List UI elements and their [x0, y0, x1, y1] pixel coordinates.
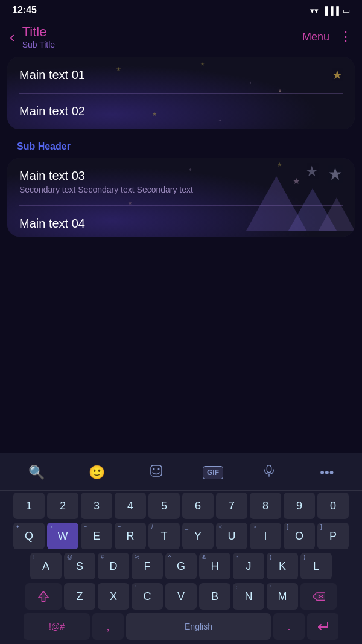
- keyboard-sticker-icon[interactable]: [144, 461, 168, 484]
- list-item-2-text: Main text 02: [19, 104, 85, 118]
- list-item-1-text: Main text 01: [19, 68, 85, 82]
- content-area: ★ ★ ✦ ★ ✦ Main text 01 ★ ★ Main text 02 …: [0, 57, 362, 241]
- keyboard-toolbar: 🔍 🙂 GIF •••: [0, 457, 362, 491]
- keyboard-emoji-icon[interactable]: 🙂: [84, 462, 110, 483]
- list-item-1[interactable]: Main text 01 ★: [7, 57, 355, 93]
- svg-rect-3: [267, 465, 271, 473]
- app-title: Title: [22, 24, 302, 40]
- keyboard-bottom-row: !@# , English .: [0, 611, 362, 642]
- key-7[interactable]: 7: [216, 493, 247, 519]
- key-g[interactable]: ^G: [165, 553, 197, 579]
- key-w[interactable]: ×W: [47, 523, 78, 549]
- key-e[interactable]: ÷E: [81, 523, 112, 549]
- key-4[interactable]: 4: [115, 493, 146, 519]
- list-item-3-secondary: Secondary text Secondary text Secondary …: [19, 185, 193, 194]
- key-enter[interactable]: [307, 613, 338, 640]
- key-z[interactable]: Z: [64, 583, 95, 610]
- keyboard[interactable]: 🔍 🙂 GIF ••• 1 2 3 4 5 6 7 8 9: [0, 453, 362, 644]
- key-9[interactable]: 9: [284, 493, 315, 519]
- key-b[interactable]: B: [199, 583, 230, 610]
- list-item-2[interactable]: Main text 02: [7, 94, 355, 129]
- list-item-4-text: Main text 04: [19, 217, 85, 230]
- key-r[interactable]: =R: [115, 523, 146, 549]
- key-q[interactable]: +Q: [13, 523, 45, 549]
- signal-icon: ▐▐▐: [322, 6, 339, 15]
- key-space[interactable]: English: [126, 613, 271, 640]
- key-k[interactable]: (K: [267, 553, 298, 579]
- keyboard-asdf-row: !A @S #D %F ^G &H *J (K )L: [0, 551, 362, 581]
- key-s[interactable]: @S: [64, 553, 95, 579]
- app-subtitle: Sub Title: [22, 40, 302, 49]
- key-comma[interactable]: ,: [92, 613, 124, 640]
- title-block: Title Sub Title: [22, 24, 302, 49]
- card-2: ★ ★ ✦ ★ ★ Main text 03 Secondary text Se…: [7, 158, 355, 237]
- key-h[interactable]: &H: [199, 553, 230, 579]
- key-period[interactable]: .: [273, 613, 305, 640]
- svg-point-2: [157, 468, 159, 470]
- key-backspace[interactable]: [300, 583, 337, 610]
- card-1: ★ ★ ✦ ★ ✦ Main text 01 ★ ★ Main text 02: [7, 57, 355, 129]
- list-item-4-partial[interactable]: Main text 04: [7, 206, 355, 237]
- back-button[interactable]: ‹: [10, 29, 15, 45]
- key-p[interactable]: ]P: [317, 523, 349, 549]
- key-3[interactable]: 3: [81, 493, 112, 519]
- key-u[interactable]: <U: [216, 523, 247, 549]
- key-d[interactable]: #D: [98, 553, 129, 579]
- key-t[interactable]: /T: [148, 523, 180, 549]
- key-5[interactable]: 5: [148, 493, 180, 519]
- app-bar: ‹ Title Sub Title Menu ⋮: [0, 18, 362, 57]
- sub-header-text: Sub Header: [17, 141, 71, 151]
- key-f[interactable]: %F: [132, 553, 163, 579]
- battery-icon: ▭: [343, 6, 350, 15]
- list-item-3[interactable]: Main text 03 Secondary text Secondary te…: [7, 158, 355, 205]
- status-icons: ▾▾ ▐▐▐ ▭: [310, 6, 350, 15]
- list-item-1-star: ★: [332, 68, 343, 82]
- status-bar: 12:45 ▾▾ ▐▐▐ ▭: [0, 0, 362, 18]
- sub-header: Sub Header: [7, 134, 355, 158]
- key-a[interactable]: !A: [30, 553, 62, 579]
- svg-point-1: [153, 468, 154, 470]
- key-n[interactable]: ;N: [233, 583, 264, 610]
- svg-rect-0: [151, 465, 162, 476]
- keyboard-mic-icon[interactable]: [258, 462, 281, 483]
- key-m[interactable]: 'M: [267, 583, 298, 610]
- key-c[interactable]: "C: [132, 583, 163, 610]
- key-symbols[interactable]: !@#: [24, 613, 90, 640]
- keyboard-zxcv-row: Z X "C V B ;N 'M: [0, 581, 362, 611]
- key-v[interactable]: V: [165, 583, 197, 610]
- key-2[interactable]: 2: [47, 493, 78, 519]
- key-y[interactable]: _Y: [182, 523, 214, 549]
- list-item-3-text: Main text 03: [19, 169, 85, 183]
- keyboard-gif-button[interactable]: GIF: [203, 466, 223, 479]
- menu-button[interactable]: Menu: [302, 31, 329, 43]
- key-6[interactable]: 6: [182, 493, 214, 519]
- key-shift[interactable]: [25, 583, 62, 610]
- keyboard-numbers-row: 1 2 3 4 5 6 7 8 9 0: [0, 491, 362, 521]
- key-1[interactable]: 1: [13, 493, 45, 519]
- app-bar-actions: Menu ⋮: [302, 29, 352, 45]
- key-8[interactable]: 8: [250, 493, 281, 519]
- status-time: 12:45: [12, 5, 37, 16]
- more-options-button[interactable]: ⋮: [339, 29, 352, 45]
- keyboard-qwerty-row: +Q ×W ÷E =R /T _Y <U >I [O ]P: [0, 521, 362, 551]
- key-j[interactable]: *J: [233, 553, 264, 579]
- keyboard-search-icon[interactable]: 🔍: [24, 462, 49, 483]
- wifi-icon: ▾▾: [310, 6, 319, 15]
- key-0[interactable]: 0: [317, 493, 349, 519]
- key-i[interactable]: >I: [250, 523, 281, 549]
- key-l[interactable]: )L: [300, 553, 332, 579]
- key-x[interactable]: X: [98, 583, 129, 610]
- key-o[interactable]: [O: [284, 523, 315, 549]
- keyboard-more-icon[interactable]: •••: [315, 462, 338, 483]
